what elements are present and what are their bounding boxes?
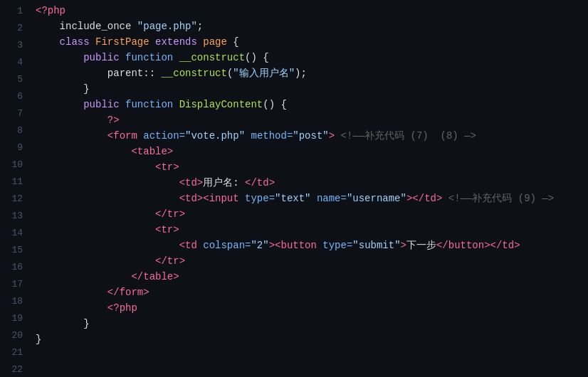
code-line-10: <table> xyxy=(36,144,588,159)
code-content[interactable]: <?php include_once "page.php"; class Fir… xyxy=(30,0,588,377)
line-num-13: 13 xyxy=(0,208,30,225)
line-num-22: 22 xyxy=(0,361,30,377)
code-line-8: ?> xyxy=(36,112,588,128)
code-line-18: </table> xyxy=(36,269,588,285)
line-num-20: 20 xyxy=(0,327,30,344)
line-num-11: 11 xyxy=(0,174,30,191)
line-num-17: 17 xyxy=(0,276,30,293)
line-num-1: 1 xyxy=(0,3,30,20)
code-line-16: <td colspan="2"><button type="submit">下一… xyxy=(36,238,588,253)
line-num-5: 5 xyxy=(0,71,30,88)
code-line-12: <td>用户名: </td> xyxy=(36,175,588,191)
code-area[interactable]: 1 2 3 4 5 6 7 8 9 10 11 12 13 14 15 16 1… xyxy=(0,0,588,377)
line-num-15: 15 xyxy=(0,242,30,259)
line-num-12: 12 xyxy=(0,191,30,208)
code-line-13: <td><input type="text" name="username"><… xyxy=(36,191,588,206)
code-line-7: public function DisplayContent() { xyxy=(36,97,588,112)
code-editor: 1 2 3 4 5 6 7 8 9 10 11 12 13 14 15 16 1… xyxy=(0,0,588,377)
line-num-16: 16 xyxy=(0,259,30,276)
line-num-8: 8 xyxy=(0,122,30,139)
code-line-9: <form action="vote.php" method="post"> <… xyxy=(36,128,588,144)
code-line-21: } xyxy=(36,316,588,331)
code-line-22: } xyxy=(36,331,588,347)
code-line-3: class FirstPage extends page { xyxy=(36,34,588,50)
code-line-15: <tr> xyxy=(36,222,588,238)
line-num-21: 21 xyxy=(0,344,30,361)
code-line-19: </form> xyxy=(36,285,588,300)
line-num-18: 18 xyxy=(0,293,30,310)
code-line-20: <?php xyxy=(36,300,588,316)
line-num-14: 14 xyxy=(0,225,30,242)
line-num-7: 7 xyxy=(0,105,30,122)
line-num-9: 9 xyxy=(0,139,30,156)
line-num-6: 6 xyxy=(0,88,30,105)
code-line-17: </tr> xyxy=(36,253,588,269)
code-line-14: </tr> xyxy=(36,206,588,222)
line-num-3: 3 xyxy=(0,37,30,54)
code-line-5: parent:: __construct("输入用户名"); xyxy=(36,65,588,81)
line-numbers: 1 2 3 4 5 6 7 8 9 10 11 12 13 14 15 16 1… xyxy=(0,0,30,377)
code-line-2: include_once "page.php"; xyxy=(36,18,588,34)
code-line-6: } xyxy=(36,81,588,97)
line-num-19: 19 xyxy=(0,310,30,327)
line-num-4: 4 xyxy=(0,54,30,71)
code-line-11: <tr> xyxy=(36,159,588,175)
code-line-1: <?php xyxy=(36,3,588,18)
code-line-4: public function __construct() { xyxy=(36,50,588,65)
line-num-10: 10 xyxy=(0,156,30,174)
line-num-2: 2 xyxy=(0,20,30,37)
